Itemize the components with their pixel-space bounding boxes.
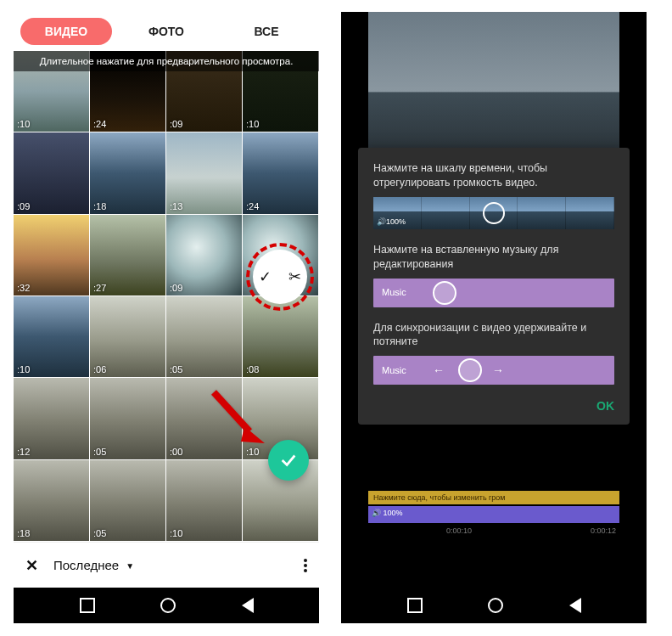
video-cell[interactable]: :18 <box>14 460 90 542</box>
arrow-left-icon: ← <box>433 363 445 379</box>
video-cell[interactable]: :12 <box>14 378 90 459</box>
media-tabs: ВИДЕО ФОТО ВСЕ <box>14 12 319 51</box>
bottom-bar: ✕ Последнее ▼ <box>14 542 319 588</box>
timeline-strip[interactable]: 🔊100% <box>373 197 614 229</box>
playhead-icon <box>483 202 505 224</box>
nav-overview[interactable] <box>407 598 423 613</box>
nav-back[interactable] <box>242 598 254 613</box>
music-label: Music <box>382 286 406 299</box>
video-cell[interactable]: :05 <box>166 296 243 378</box>
android-navbar <box>14 588 319 623</box>
volume-label: 🔊100% <box>377 217 406 227</box>
video-cell[interactable]: :18 <box>90 132 166 214</box>
video-cell[interactable]: :10 <box>166 460 243 542</box>
album-picker[interactable]: Последнее ▼ <box>53 558 134 572</box>
confirm-fab[interactable] <box>268 440 309 481</box>
nav-overview[interactable] <box>80 598 95 613</box>
volume-label: 🔊 100% <box>372 509 403 517</box>
dialog-text-1: Нажмите на шкалу времени, чтобы отрегули… <box>373 161 614 190</box>
tab-video[interactable]: ВИДЕО <box>20 18 112 45</box>
video-cell[interactable]: :32 <box>14 215 90 296</box>
music-track-2[interactable]: Music ← → <box>373 356 614 385</box>
editor-timeline[interactable]: Нажмите сюда, чтобы изменить гром 🔊 100%… <box>368 491 619 550</box>
android-navbar <box>341 588 647 623</box>
left-content: ВИДЕО ФОТО ВСЕ Длительное нажатие для пр… <box>14 12 319 588</box>
video-cell[interactable]: :00 <box>166 378 243 459</box>
phone-right: Нажмите на шкалу времени, чтобы отрегули… <box>341 12 647 623</box>
music-label: Music <box>382 364 406 377</box>
video-cell[interactable]: :08 <box>243 296 319 378</box>
nav-home[interactable] <box>160 598 176 613</box>
drag-knob-icon <box>458 358 482 382</box>
arrow-right-icon: → <box>492 363 504 379</box>
dialog-ok-button[interactable]: OK <box>373 398 614 414</box>
video-cell[interactable]: :05 <box>90 378 166 459</box>
video-cell[interactable]: :24 <box>243 132 319 214</box>
longpress-hint: Длительное нажатие для предварительного … <box>14 51 319 71</box>
timeline-times: 0:00:100:00:12 <box>368 526 619 535</box>
overflow-menu[interactable] <box>304 557 307 574</box>
drag-knob-icon <box>433 281 456 305</box>
tab-all[interactable]: ВСЕ <box>221 18 312 45</box>
tutorial-dialog: Нажмите на шкалу времени, чтобы отрегули… <box>358 148 630 425</box>
media-grid-wrap: Длительное нажатие для предварительного … <box>14 51 319 542</box>
phone-left: ВИДЕО ФОТО ВСЕ Длительное нажатие для пр… <box>14 12 319 623</box>
video-cell[interactable]: :13 <box>166 132 243 214</box>
timeline-hint: Нажмите сюда, чтобы изменить гром <box>368 491 619 504</box>
right-content: Нажмите на шкалу времени, чтобы отрегули… <box>341 12 647 588</box>
video-cell[interactable]: :09 <box>166 215 243 296</box>
chevron-down-icon: ▼ <box>126 561 134 571</box>
video-cell-selected[interactable] <box>243 215 319 296</box>
dialog-text-2: Нажмите на вставленную музыку для редакт… <box>373 243 614 272</box>
nav-home[interactable] <box>488 598 503 613</box>
video-cell[interactable]: :09 <box>14 132 90 214</box>
album-label: Последнее <box>53 558 119 572</box>
video-cell[interactable]: :27 <box>90 215 166 296</box>
check-icon <box>279 451 298 470</box>
video-cell[interactable]: :05 <box>90 460 166 542</box>
dialog-text-3: Для синхронизации с видео удерживайте и … <box>373 321 614 350</box>
nav-back[interactable] <box>569 598 581 613</box>
video-cell[interactable]: :06 <box>90 296 166 378</box>
close-button[interactable]: ✕ <box>25 556 38 575</box>
tab-photo[interactable]: ФОТО <box>120 18 212 45</box>
timeline-track[interactable]: 🔊 100% <box>368 506 619 523</box>
music-track-1[interactable]: Music <box>373 279 614 307</box>
video-cell[interactable]: :10 <box>14 296 90 378</box>
